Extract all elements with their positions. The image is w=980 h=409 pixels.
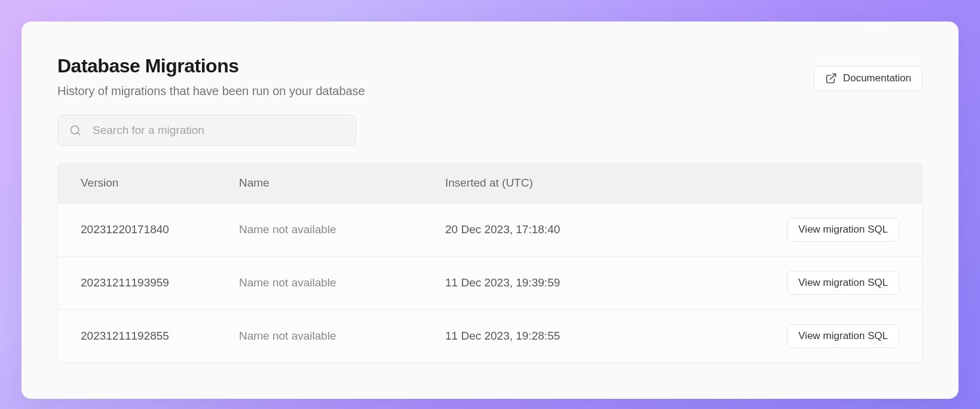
cell-version: 20231211193959 [81, 276, 239, 289]
external-link-icon [825, 72, 837, 84]
documentation-button[interactable]: Documentation [814, 66, 923, 91]
cell-inserted-at: 20 Dec 2023, 17:18:40 [445, 223, 774, 236]
cell-name: Name not available [239, 329, 445, 343]
search-input[interactable] [57, 115, 356, 146]
cell-version: 20231211192855 [81, 329, 239, 343]
search-container [57, 115, 356, 146]
table-row: 20231211193959 Name not available 11 Dec… [58, 257, 922, 310]
page-title: Database Migrations [57, 55, 365, 77]
svg-line-0 [830, 74, 835, 80]
cell-inserted-at: 11 Dec 2023, 19:28:55 [445, 329, 774, 343]
migrations-table: Version Name Inserted at (UTC) 202312201… [57, 163, 923, 363]
header: Database Migrations History of migration… [57, 55, 923, 98]
table-header: Version Name Inserted at (UTC) [58, 163, 922, 203]
col-header-version: Version [81, 176, 239, 190]
cell-name: Name not available [239, 223, 445, 236]
table-row: 20231211192855 Name not available 11 Dec… [58, 310, 922, 362]
cell-inserted-at: 11 Dec 2023, 19:39:59 [445, 276, 774, 289]
cell-version: 20231220171840 [81, 223, 239, 236]
view-migration-sql-button[interactable]: View migration SQL [787, 271, 899, 295]
page-subtitle: History of migrations that have been run… [57, 84, 365, 98]
migrations-card: Database Migrations History of migration… [22, 22, 958, 399]
documentation-label: Documentation [843, 72, 911, 84]
view-migration-sql-button[interactable]: View migration SQL [787, 218, 899, 242]
col-header-inserted-at: Inserted at (UTC) [445, 176, 774, 190]
col-header-name: Name [239, 176, 445, 190]
col-header-action [774, 176, 899, 190]
header-text: Database Migrations History of migration… [57, 55, 365, 98]
table-row: 20231220171840 Name not available 20 Dec… [58, 203, 922, 257]
view-migration-sql-button[interactable]: View migration SQL [787, 324, 899, 348]
cell-name: Name not available [239, 276, 445, 289]
